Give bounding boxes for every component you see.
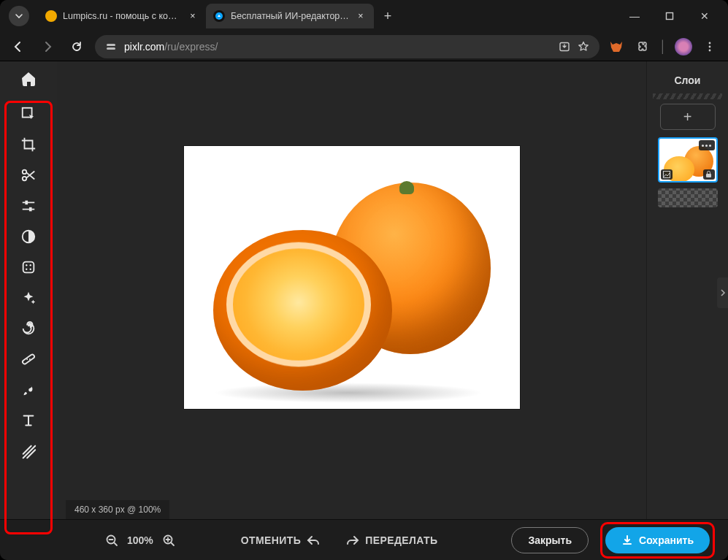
annotation-highlight-save: Сохранить: [600, 522, 715, 559]
minimize-button[interactable]: —: [618, 5, 651, 27]
svg-rect-19: [22, 353, 35, 364]
tool-cut[interactable]: [12, 161, 45, 190]
canvas-area[interactable]: 460 x 360 px @ 100%: [57, 61, 646, 519]
zoom-value: 100%: [127, 534, 153, 546]
close-button[interactable]: Закрыть: [511, 527, 589, 553]
maximize-icon: [665, 12, 674, 20]
sparkle-icon: [20, 290, 37, 306]
bookmark-star-icon[interactable]: [578, 41, 589, 53]
svg-point-7: [709, 49, 711, 51]
artboard[interactable]: [184, 146, 520, 409]
tool-select[interactable]: [12, 99, 45, 129]
extension-fox-icon[interactable]: [607, 37, 626, 56]
tool-detail[interactable]: [12, 253, 45, 282]
forward-button[interactable]: [37, 36, 58, 58]
layer-options-button[interactable]: [699, 140, 715, 150]
undo-button[interactable]: ОТМЕНИТЬ: [234, 530, 327, 551]
contrast-icon: [20, 229, 37, 245]
profile-avatar[interactable]: [674, 37, 693, 56]
svg-rect-2: [107, 44, 115, 46]
zoom-out-button[interactable]: [102, 531, 121, 550]
tool-text[interactable]: [12, 406, 45, 435]
spiral-icon: [20, 321, 37, 337]
url-input[interactable]: pixlr.com/ru/express/: [95, 35, 599, 58]
image-orange-half: [213, 230, 392, 391]
tool-contrast[interactable]: [12, 222, 45, 251]
svg-point-10: [23, 177, 27, 181]
pixlr-app: 460 x 360 px @ 100% Слои +: [0, 61, 728, 519]
svg-point-6: [709, 45, 711, 47]
window-controls: — ✕: [618, 5, 721, 27]
brush-icon: [20, 382, 37, 398]
home-icon: [20, 70, 37, 88]
maximize-button[interactable]: [654, 5, 686, 27]
chrome-menu-button[interactable]: [700, 37, 719, 56]
zoom-in-button[interactable]: [159, 531, 178, 550]
image-shadow: [213, 383, 483, 403]
svg-point-16: [30, 264, 31, 266]
avatar-icon: [675, 38, 692, 55]
layer-thumbnail-active[interactable]: [658, 137, 718, 183]
titlebar: Lumpics.ru - помощь с компь × Бесплатный…: [0, 0, 728, 32]
redo-label: ПЕРЕДЕЛАТЬ: [365, 534, 437, 546]
zoom-in-icon: [162, 534, 175, 547]
zoom-controls: 100%: [102, 531, 178, 550]
tool-draw[interactable]: [12, 437, 45, 466]
chevron-down-icon: [15, 12, 23, 20]
new-tab-button[interactable]: +: [378, 7, 397, 26]
svg-point-15: [26, 264, 27, 266]
left-toolbar: [0, 61, 57, 519]
tool-adjust[interactable]: [12, 191, 45, 220]
save-label: Сохранить: [639, 534, 694, 546]
bottom-bar: 100% ОТМЕНИТЬ ПЕРЕДЕЛАТЬ Закрыть Сохрани…: [0, 519, 728, 560]
close-window-button[interactable]: ✕: [689, 5, 721, 27]
close-label: Закрыть: [528, 534, 572, 546]
tool-ai[interactable]: [12, 283, 45, 312]
site-settings-icon[interactable]: [105, 41, 117, 53]
reload-button[interactable]: [66, 36, 88, 58]
svg-rect-23: [706, 174, 711, 177]
select-icon: [20, 106, 37, 122]
save-button[interactable]: Сохранить: [605, 527, 710, 553]
tab-search-button[interactable]: [9, 6, 29, 26]
back-button[interactable]: [7, 36, 29, 58]
svg-point-18: [30, 269, 31, 270]
svg-rect-3: [107, 47, 115, 50]
svg-rect-22: [663, 172, 670, 178]
extensions-button[interactable]: [633, 37, 652, 56]
tool-brush[interactable]: [12, 375, 45, 404]
scissors-icon: [20, 167, 37, 183]
tab-title: Бесплатный ИИ-редактор фот: [231, 11, 349, 21]
layers-panel: Слои +: [646, 61, 728, 519]
tab-title: Lumpics.ru - помощь с компь: [63, 11, 181, 21]
browser-tab-pixlr[interactable]: Бесплатный ИИ-редактор фот ×: [206, 4, 374, 28]
svg-point-21: [29, 358, 31, 360]
tool-liquify[interactable]: [12, 314, 45, 343]
download-icon: [621, 534, 633, 546]
browser-tab-lumpics[interactable]: Lumpics.ru - помощь с компь ×: [38, 4, 206, 28]
favicon-pixlr-icon: [213, 10, 225, 22]
home-button[interactable]: [12, 64, 45, 93]
address-bar: pixlr.com/ru/express/ │: [0, 32, 728, 61]
svg-rect-11: [25, 201, 28, 205]
zoom-out-icon: [105, 534, 118, 547]
close-tab-icon[interactable]: ×: [187, 10, 199, 22]
layer-lock-icon[interactable]: [703, 169, 715, 180]
sliders-icon: [20, 198, 37, 214]
undo-icon: [307, 534, 320, 546]
undo-label: ОТМЕНИТЬ: [241, 534, 301, 546]
svg-point-17: [26, 269, 27, 270]
tool-crop[interactable]: [12, 130, 45, 159]
bandage-icon: [20, 351, 37, 367]
panel-collapse-button[interactable]: [717, 277, 728, 308]
svg-rect-14: [23, 262, 34, 273]
layer-background[interactable]: [658, 188, 718, 207]
tool-heal[interactable]: [12, 345, 45, 374]
favicon-lumpics-icon: [45, 10, 57, 22]
redo-icon: [346, 534, 359, 546]
svg-point-9: [23, 170, 27, 174]
close-tab-icon[interactable]: ×: [355, 10, 367, 22]
install-app-icon[interactable]: [559, 41, 570, 53]
redo-button[interactable]: ПЕРЕДЕЛАТЬ: [339, 530, 445, 551]
add-layer-button[interactable]: +: [660, 104, 716, 130]
